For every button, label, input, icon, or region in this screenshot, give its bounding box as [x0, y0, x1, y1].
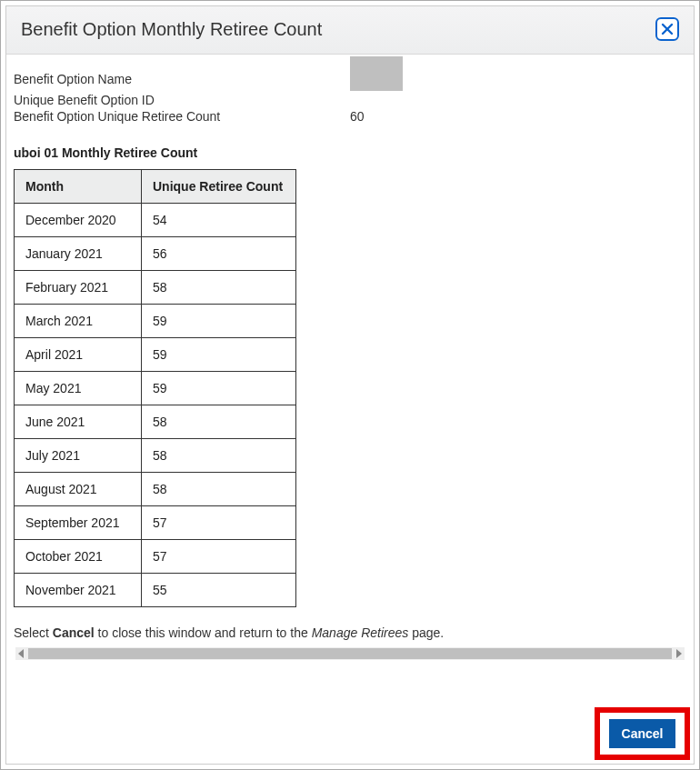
instruction-italic: Manage Retirees [312, 625, 409, 640]
horizontal-scrollbar[interactable] [15, 647, 685, 660]
col-header-count: Unique Retiree Count [142, 170, 296, 204]
instruction-post: page. [408, 625, 444, 640]
info-label-count: Benefit Option Unique Retiree Count [14, 109, 350, 124]
cell-count: 59 [142, 305, 296, 338]
table-subheading: uboi 01 Monthly Retiree Count [14, 145, 686, 160]
cell-count: 57 [142, 540, 296, 574]
instruction-pre: Select [14, 625, 53, 640]
scroll-right-icon[interactable] [676, 649, 682, 658]
cell-month: December 2020 [15, 204, 142, 237]
table-row: October 202157 [15, 540, 296, 574]
cell-count: 55 [142, 574, 296, 607]
table-row: April 202159 [15, 338, 296, 372]
cell-month: March 2021 [15, 305, 142, 338]
info-value-count: 60 [350, 109, 365, 124]
cell-month: April 2021 [15, 338, 142, 372]
instruction-mid: to close this window and return to the [95, 625, 312, 640]
redacted-block [350, 56, 403, 91]
cell-count: 54 [142, 204, 296, 237]
cell-month: August 2021 [15, 473, 142, 506]
highlight-ring: Cancel [595, 707, 690, 760]
instruction-text: Select Cancel to close this window and r… [14, 625, 686, 640]
close-button[interactable] [655, 17, 679, 41]
cell-month: May 2021 [15, 372, 142, 405]
info-label-id: Unique Benefit Option ID [14, 93, 350, 107]
table-row: September 202157 [15, 506, 296, 540]
cell-month: June 2021 [15, 405, 142, 439]
col-header-month: Month [15, 170, 142, 204]
info-row-count: Benefit Option Unique Retiree Count 60 [14, 109, 686, 124]
cell-count: 56 [142, 237, 296, 271]
table-row: May 202159 [15, 372, 296, 405]
dialog-title: Benefit Option Monthly Retiree Count [21, 19, 322, 40]
cell-month: July 2021 [15, 439, 142, 473]
cancel-button[interactable]: Cancel [609, 719, 676, 748]
table-row: November 202155 [15, 574, 296, 607]
table-row: December 202054 [15, 204, 296, 237]
instruction-bold: Cancel [53, 625, 95, 640]
cell-count: 58 [142, 439, 296, 473]
table-row: January 202156 [15, 237, 296, 271]
cell-count: 58 [142, 405, 296, 439]
table-row: August 202158 [15, 473, 296, 506]
cell-month: February 2021 [15, 271, 142, 305]
info-row-name: Benefit Option Name [14, 67, 686, 91]
cell-month: November 2021 [15, 574, 142, 607]
cell-count: 57 [142, 506, 296, 540]
dialog: Benefit Option Monthly Retiree Count Ben… [5, 5, 695, 765]
cell-month: September 2021 [15, 506, 142, 540]
retiree-count-table: Month Unique Retiree Count December 2020… [14, 169, 296, 607]
cell-count: 58 [142, 271, 296, 305]
info-label-name: Benefit Option Name [14, 72, 350, 86]
table-row: February 202158 [15, 271, 296, 305]
table-row: June 202158 [15, 405, 296, 439]
info-value-name [350, 67, 403, 91]
scrollbar-thumb[interactable] [28, 648, 672, 659]
dialog-body: Benefit Option Name Unique Benefit Optio… [6, 55, 694, 665]
close-icon [661, 23, 674, 35]
dialog-footer: Cancel [6, 665, 694, 764]
table-row: July 202158 [15, 439, 296, 473]
scroll-left-icon[interactable] [18, 649, 24, 658]
cell-month: January 2021 [15, 237, 142, 271]
cell-month: October 2021 [15, 540, 142, 574]
dialog-header: Benefit Option Monthly Retiree Count [6, 6, 694, 55]
table-row: March 202159 [15, 305, 296, 338]
info-row-id: Unique Benefit Option ID [14, 93, 686, 107]
cell-count: 58 [142, 473, 296, 506]
cell-count: 59 [142, 338, 296, 372]
cell-count: 59 [142, 372, 296, 405]
